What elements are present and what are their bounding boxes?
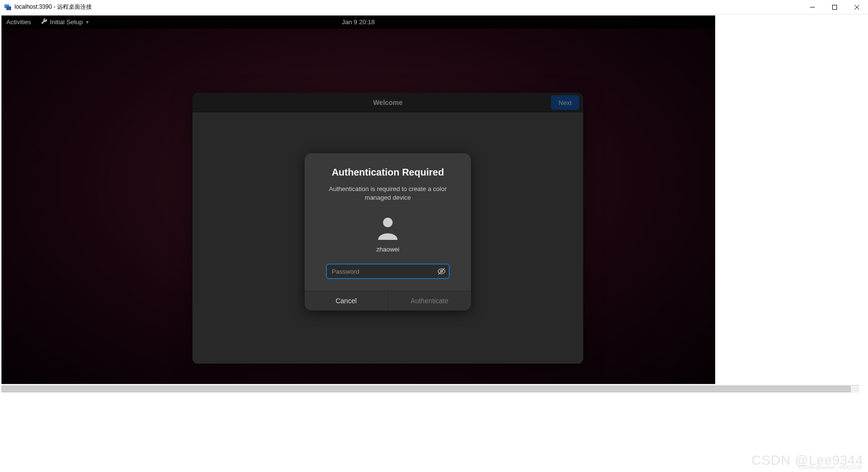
welcome-title: Welcome xyxy=(373,99,402,106)
scrollbar-thumb[interactable] xyxy=(1,386,851,392)
minimize-button[interactable] xyxy=(801,0,824,15)
auth-description: Authentication is required to create a c… xyxy=(317,185,458,202)
window-title: localhost:3390 - 远程桌面连接 xyxy=(15,3,92,11)
user-avatar-icon xyxy=(376,216,400,240)
authentication-dialog: Authentication Required Authentication i… xyxy=(305,153,471,310)
svg-point-6 xyxy=(383,218,393,227)
next-button[interactable]: Next xyxy=(551,95,579,110)
authenticate-button[interactable]: Authenticate xyxy=(388,291,471,310)
window-controls xyxy=(801,0,868,15)
svg-rect-3 xyxy=(833,5,837,10)
password-input[interactable] xyxy=(326,264,450,279)
auth-username: zhaowei xyxy=(317,246,458,253)
horizontal-scrollbar[interactable] xyxy=(1,385,859,393)
activities-button[interactable]: Activities xyxy=(6,18,31,26)
gnome-top-bar: Activities Initial Setup ▼ Jan 9 20:18 xyxy=(1,15,715,29)
app-menu-button[interactable]: Initial Setup ▼ xyxy=(41,18,89,26)
auth-title: Authentication Required xyxy=(317,167,458,178)
svg-rect-1 xyxy=(6,6,11,10)
chevron-down-icon: ▼ xyxy=(85,20,89,25)
toggle-password-visibility-icon[interactable] xyxy=(437,267,446,276)
cancel-button[interactable]: Cancel xyxy=(305,291,388,310)
rdp-app-icon xyxy=(4,3,12,11)
clock[interactable]: Jan 9 20:18 xyxy=(342,18,375,26)
maximize-button[interactable] xyxy=(824,0,846,15)
windows-titlebar: localhost:3390 - 远程桌面连接 xyxy=(0,0,868,15)
watermark-sub: CSDN @weixin_44001636 xyxy=(799,464,862,470)
remote-desktop-view: Activities Initial Setup ▼ Jan 9 20:18 W… xyxy=(1,15,715,384)
close-button[interactable] xyxy=(846,0,868,15)
welcome-header: Welcome Next xyxy=(192,93,583,112)
wrench-icon xyxy=(41,18,47,26)
app-menu-label: Initial Setup xyxy=(50,18,83,26)
